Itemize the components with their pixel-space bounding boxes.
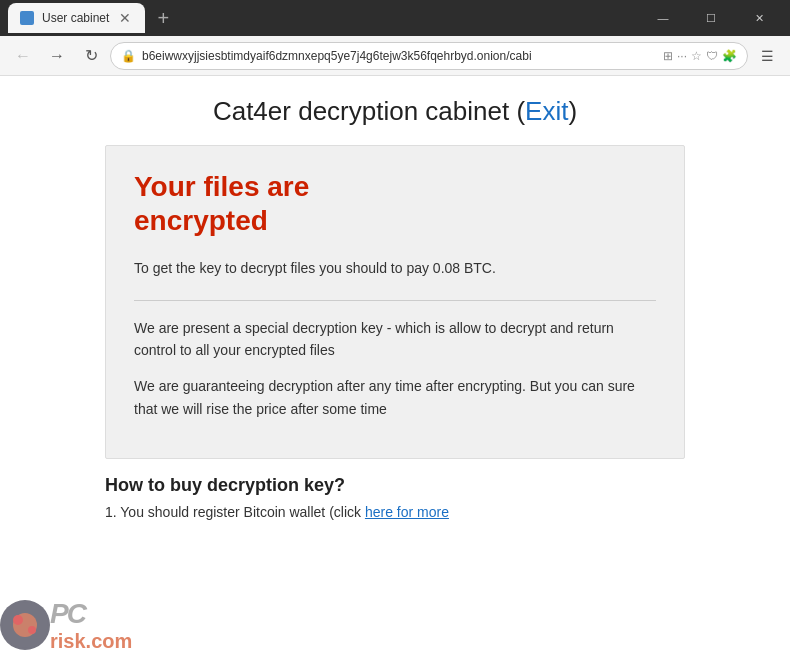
- refresh-button[interactable]: ↻: [76, 41, 106, 71]
- hamburger-icon: ☰: [761, 48, 774, 64]
- forward-arrow-icon: →: [49, 47, 65, 65]
- how-to-title: How to buy decryption key?: [105, 475, 685, 496]
- risk-letters: risk: [50, 630, 86, 653]
- close-button[interactable]: ✕: [736, 0, 782, 36]
- address-bar[interactable]: 🔒 b6eiwwxyjjsiesbtimdyaif6dzmnxepq5ye7j4…: [110, 42, 748, 70]
- exit-link[interactable]: Exit: [525, 96, 568, 126]
- reader-mode-icon: ⊞: [663, 49, 673, 63]
- back-button[interactable]: ←: [8, 41, 38, 71]
- title-bar: User cabinet ✕ + — ☐ ✕: [0, 0, 790, 36]
- main-content-box: Your files are encrypted To get the key …: [105, 145, 685, 459]
- url-text: b6eiwwxyjjsiesbtimdyaif6dzmnxepq5ye7j4g6…: [142, 49, 657, 63]
- ransomware-heading: Your files are encrypted: [134, 170, 656, 237]
- refresh-icon: ↻: [85, 46, 98, 65]
- bookmark-icon: ☆: [691, 49, 702, 63]
- address-bar-icons: ⊞ ··· ☆ 🛡 🧩: [663, 49, 737, 63]
- title-prefix: Cat4er decryption cabinet (: [213, 96, 525, 126]
- nav-bar: ← → ↻ 🔒 b6eiwwxyjjsiesbtimdyaif6dzmnxepq…: [0, 36, 790, 76]
- description-text-2: We are guaranteeing decryption after any…: [134, 375, 656, 420]
- browser-window: User cabinet ✕ + — ☐ ✕ ← → ↻ 🔒 b6eiwwxyj…: [0, 0, 790, 665]
- step1-link[interactable]: here for more: [365, 504, 449, 520]
- extensions-icon: 🧩: [722, 49, 737, 63]
- page-title: Cat4er decryption cabinet (Exit): [213, 96, 577, 127]
- new-tab-button[interactable]: +: [149, 7, 177, 30]
- tab-close-button[interactable]: ✕: [117, 10, 133, 26]
- minimize-button[interactable]: —: [640, 0, 686, 36]
- page-content: Cat4er decryption cabinet (Exit) Your fi…: [0, 76, 790, 665]
- step-1: 1. You should register Bitcoin wallet (c…: [105, 504, 685, 520]
- forward-button[interactable]: →: [42, 41, 72, 71]
- heading-line1: Your files are: [134, 171, 309, 202]
- decrypt-instructions: To get the key to decrypt files you shou…: [134, 257, 656, 279]
- maximize-button[interactable]: ☐: [688, 0, 734, 36]
- how-to-section: How to buy decryption key? 1. You should…: [105, 475, 685, 526]
- description-text-1: We are present a special decryption key …: [134, 317, 656, 362]
- window-controls: — ☐ ✕: [640, 0, 782, 36]
- hamburger-menu-button[interactable]: ☰: [752, 41, 782, 71]
- pcrisk-icon: [0, 600, 50, 650]
- svg-point-3: [28, 626, 36, 634]
- pcrisk-logo: PC risk .com: [0, 598, 132, 653]
- shield-icon: 🛡: [706, 49, 718, 63]
- back-arrow-icon: ←: [15, 47, 31, 65]
- more-options-icon: ···: [677, 49, 687, 63]
- title-suffix: ): [568, 96, 577, 126]
- browser-tab[interactable]: User cabinet ✕: [8, 3, 145, 33]
- nav-right-buttons: ☰: [752, 41, 782, 71]
- step1-prefix: 1. You should register Bitcoin wallet (c…: [105, 504, 365, 520]
- pc-letters: PC: [50, 598, 132, 630]
- tab-title: User cabinet: [42, 11, 109, 25]
- dot-com: .com: [86, 630, 133, 653]
- lock-icon: 🔒: [121, 49, 136, 63]
- pcrisk-watermark: PC risk .com: [0, 585, 200, 665]
- tab-favicon: [20, 11, 34, 25]
- svg-point-2: [13, 615, 23, 625]
- section-divider: [134, 300, 656, 301]
- heading-line2: encrypted: [134, 205, 268, 236]
